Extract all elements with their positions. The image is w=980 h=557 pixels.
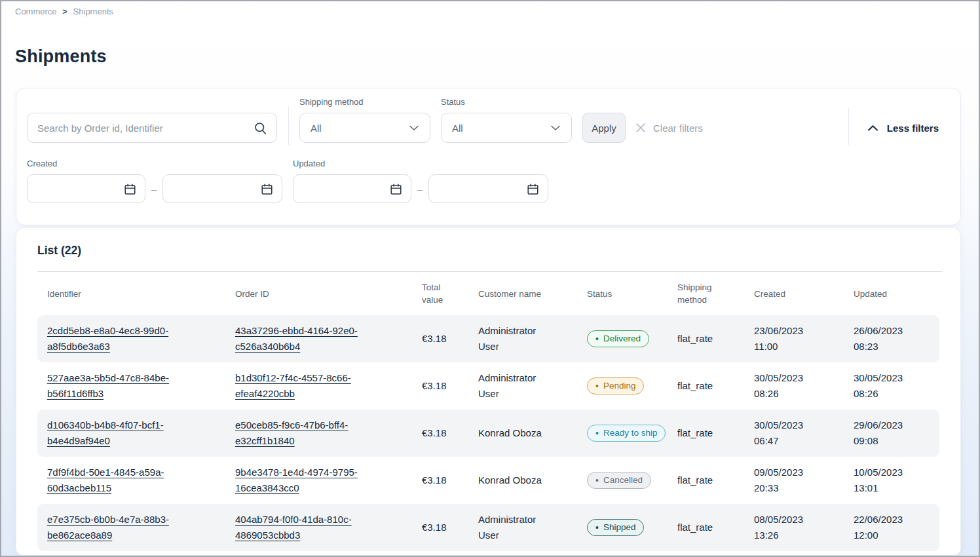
- list-title: List (22): [16, 228, 960, 258]
- shipping-method-select[interactable]: All: [299, 113, 430, 143]
- updated-from-input[interactable]: [293, 174, 411, 203]
- order-id-link[interactable]: b1d30f12-7f4c-4557-8c66-efeaf4220cbb: [235, 370, 378, 402]
- less-filters-button[interactable]: Less filters: [867, 113, 939, 143]
- identifier-link[interactable]: 2cdd5eb8-e8a0-4ec8-99d0-a8f5db6e3a63: [47, 323, 190, 355]
- customer-name-cell: Administrator User: [478, 323, 552, 355]
- chevron-down-icon: [409, 125, 419, 131]
- filters-row-dates: Created –: [16, 143, 960, 203]
- order-id-link[interactable]: 9b4e3478-1e4d-4974-9795-16cea3843cc0: [235, 465, 378, 496]
- page-title: Shipments: [15, 47, 107, 67]
- order-id-link[interactable]: 43a37296-ebbd-4164-92e0-c526a340b6b4: [235, 323, 378, 355]
- shipping-method-cell: flat_rate: [677, 331, 754, 347]
- status-label: Status: [441, 97, 572, 107]
- search-input[interactable]: [37, 123, 254, 134]
- updated-range-group: Updated –: [293, 159, 548, 203]
- updated-cell: 10/05/202313:01: [854, 465, 930, 496]
- status-badge: • Pending: [587, 377, 644, 394]
- shipments-page: Commerce > Shipments Shipments: [0, 0, 980, 557]
- status-badge: • Ready to ship: [587, 425, 666, 442]
- filters-row-main: Shipping method All Status All: [16, 88, 960, 143]
- table-row[interactable]: 7df9f4bd-50e1-4845-a59a-60d3acbeb115 9b4…: [37, 457, 939, 504]
- status-value: All: [452, 123, 463, 134]
- table-header: Identifier Order ID Total value Customer…: [37, 272, 939, 315]
- status-select[interactable]: All: [441, 113, 572, 143]
- shipping-method-label: Shipping method: [299, 97, 430, 107]
- apply-button[interactable]: Apply: [582, 113, 626, 143]
- calendar-icon: [124, 183, 136, 195]
- identifier-link[interactable]: e7e375cb-6b0b-4e7a-88b3-be862ace8a89: [47, 512, 190, 543]
- status-badge-label: Delivered: [603, 331, 641, 347]
- search-field[interactable]: [27, 113, 277, 143]
- identifier-link[interactable]: 527aae3a-5b5d-47c8-84be-b56f11d6ffb3: [47, 370, 190, 402]
- chevron-down-icon: [550, 125, 561, 131]
- less-filters-label: Less filters: [887, 123, 939, 134]
- shipping-method-cell: flat_rate: [677, 378, 754, 394]
- created-range-group: Created –: [27, 159, 282, 203]
- col-shipping-method: Shipping method: [677, 281, 719, 306]
- status-dot-icon: •: [595, 429, 599, 438]
- order-id-link[interactable]: e50ceb85-f9c6-47b6-bff4-e32cff1b1840: [235, 417, 378, 449]
- status-badge-label: Ready to ship: [603, 425, 658, 441]
- identifier-link[interactable]: d106340b-b4b8-4f07-bcf1-b4e4d9af94e0: [47, 417, 190, 449]
- range-separator: –: [145, 183, 162, 195]
- customer-name-cell: Konrad Oboza: [478, 472, 542, 488]
- close-icon: [635, 122, 647, 134]
- breadcrumb-commerce[interactable]: Commerce: [15, 7, 57, 16]
- status-badge: • Cancelled: [587, 472, 651, 489]
- breadcrumb-separator: >: [63, 7, 67, 16]
- shipping-method-group: Shipping method All: [299, 97, 430, 143]
- clear-filters-button[interactable]: Clear filters: [635, 113, 703, 143]
- status-dot-icon: •: [595, 334, 599, 343]
- breadcrumb: Commerce > Shipments: [15, 7, 113, 16]
- shipments-list-panel: List (22) Identifier Order ID Total valu…: [16, 227, 961, 555]
- status-badge-label: Pending: [603, 378, 636, 394]
- col-status: Status: [587, 288, 677, 300]
- total-value-cell: €3.18: [422, 520, 478, 535]
- order-id-link[interactable]: 404ab794-f0f0-41da-810c-4869053cbbd3: [235, 512, 378, 543]
- created-to-input[interactable]: [162, 174, 282, 203]
- filters-right-zone: Less filters: [848, 108, 939, 143]
- total-value-cell: €3.18: [422, 472, 478, 488]
- shipping-method-cell: flat_rate: [677, 472, 754, 488]
- col-created: Created: [754, 288, 854, 300]
- table-row[interactable]: 527aae3a-5b5d-47c8-84be-b56f11d6ffb3 b1d…: [37, 362, 939, 410]
- created-cell: 30/05/202306:47: [754, 417, 854, 449]
- calendar-icon: [261, 183, 273, 195]
- col-order-id: Order ID: [235, 288, 422, 300]
- created-from-input[interactable]: [27, 174, 145, 203]
- col-identifier: Identifier: [47, 288, 235, 300]
- identifier-link[interactable]: 7df9f4bd-50e1-4845-a59a-60d3acbeb115: [47, 465, 190, 496]
- range-separator: –: [411, 183, 428, 195]
- table-row[interactable]: e7e375cb-6b0b-4e7a-88b3-be862ace8a89 404…: [37, 504, 939, 551]
- status-group: Status All: [441, 97, 572, 143]
- table-row[interactable]: d106340b-b4b8-4f07-bcf1-b4e4d9af94e0 e50…: [37, 410, 939, 457]
- status-dot-icon: •: [595, 523, 599, 532]
- updated-cell: 30/05/202308:26: [854, 370, 930, 402]
- created-cell: 30/05/202308:26: [754, 370, 854, 402]
- shipping-method-cell: flat_rate: [677, 425, 754, 441]
- clear-filters-label: Clear filters: [653, 123, 703, 134]
- calendar-icon: [527, 183, 539, 195]
- search-icon: [254, 121, 267, 135]
- shipping-method-cell: flat_rate: [677, 520, 754, 535]
- table-row[interactable]: 2cdd5eb8-e8a0-4ec8-99d0-a8f5db6e3a63 43a…: [37, 315, 939, 362]
- status-badge-label: Shipped: [603, 520, 636, 535]
- chevron-up-icon: [867, 125, 878, 132]
- status-dot-icon: •: [595, 476, 599, 485]
- col-updated: Updated: [854, 288, 930, 300]
- col-customer-name: Customer name: [478, 288, 587, 300]
- updated-cell: 29/06/202309:08: [854, 417, 930, 449]
- updated-cell: 26/06/202308:23: [854, 323, 930, 355]
- updated-filter-label: Updated: [293, 159, 548, 168]
- calendar-icon: [390, 183, 402, 195]
- status-badge-label: Cancelled: [603, 472, 643, 488]
- total-value-cell: €3.18: [422, 378, 478, 394]
- total-value-cell: €3.18: [422, 425, 478, 441]
- customer-name-cell: Administrator User: [478, 370, 552, 402]
- breadcrumb-shipments[interactable]: Shipments: [73, 7, 113, 16]
- updated-cell: 22/06/202312:00: [854, 512, 930, 543]
- status-badge: • Shipped: [587, 519, 644, 536]
- updated-to-input[interactable]: [428, 174, 548, 203]
- shipment-rows: 2cdd5eb8-e8a0-4ec8-99d0-a8f5db6e3a63 43a…: [37, 315, 939, 551]
- customer-name-cell: Administrator User: [478, 512, 552, 543]
